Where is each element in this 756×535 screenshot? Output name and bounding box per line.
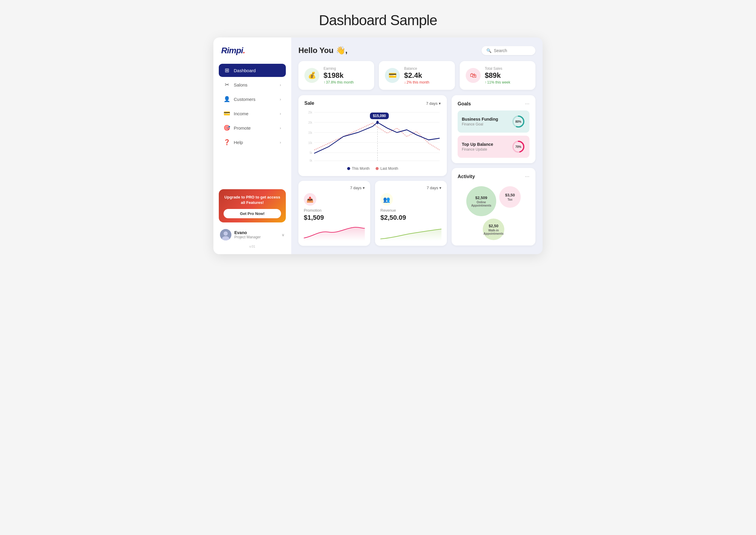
app-wrapper: Rimpi. ⊞ Dashboard ✂ Salons › 👤 Customer… [213, 38, 543, 254]
main-header: Hello You 👋, 🔍 [298, 46, 535, 55]
activity-header: Activity ··· [458, 173, 529, 180]
sidebar-item-label: Help [234, 140, 243, 145]
activity-more-icon[interactable]: ··· [525, 173, 529, 180]
search-bar[interactable]: 🔍 [481, 46, 535, 55]
user-info: Evano Project Manager [234, 230, 261, 239]
arrow-down-icon: ↓ [404, 80, 406, 84]
sidebar-item-label: Customers [234, 97, 256, 102]
promotion-value: $1,509 [304, 214, 365, 222]
activity-bubbles: $2,509 Online Appointments $3,50 Tax $2,… [458, 183, 529, 240]
bubble-label: Tax [508, 198, 513, 201]
user-profile[interactable]: Evano Project Manager ∨ [219, 227, 286, 243]
promotion-header: 7 days ▾ [304, 185, 365, 190]
stat-change: ↑11% this week [485, 80, 510, 84]
upgrade-button[interactable]: Get Pro Now! [224, 209, 281, 218]
sidebar-item-label: Dashboard [234, 68, 256, 73]
arrow-up-icon: ↑ [324, 80, 325, 84]
bubble-walkin: $2,50 Walk-in Appointments [483, 218, 504, 240]
sales-icon: 🛍 [466, 68, 481, 83]
bubble-amount: $2,50 [489, 224, 499, 228]
goals-card: Goals ··· Business Funding Finance Goal [452, 95, 535, 163]
svg-text:5k: 5k [310, 151, 312, 155]
stat-card-earning: 💰 Earning $198k ↑37.8% this month [298, 61, 374, 90]
chevron-right-icon: › [280, 97, 281, 101]
sidebar-item-label: Salons [234, 82, 248, 87]
chevron-right-icon: › [280, 140, 281, 145]
income-icon: 💳 [224, 110, 230, 117]
bubble-label: Online Appointments [466, 201, 496, 207]
sale-chart-title: Sale [304, 100, 314, 106]
dashboard-icon: ⊞ [224, 67, 230, 74]
goals-header: Goals ··· [458, 100, 529, 107]
chevron-down-icon: ∨ [282, 233, 284, 237]
stat-info-earning: Earning $198k ↑37.8% this month [324, 67, 354, 84]
sidebar-item-income[interactable]: 💳 Income › [219, 107, 286, 120]
promotion-filter[interactable]: 7 days ▾ [350, 185, 365, 190]
sidebar-item-label: Promote [234, 126, 251, 130]
goal-subtitle: Finance Goal [462, 122, 498, 127]
stat-cards: 💰 Earning $198k ↑37.8% this month 💳 Bala… [298, 61, 535, 90]
sidebar-logo: Rimpi. [219, 46, 286, 55]
sidebar-item-help[interactable]: ❓ Help › [219, 136, 286, 149]
goal-percent: 80% [515, 120, 521, 123]
svg-text:20k: 20k [308, 121, 312, 125]
sidebar: Rimpi. ⊞ Dashboard ✂ Salons › 👤 Customer… [213, 38, 291, 254]
revenue-value: $2,50.09 [380, 214, 442, 222]
arrow-up-icon: ↑ [485, 80, 487, 84]
sidebar-item-dashboard[interactable]: ⊞ Dashboard [219, 64, 286, 77]
upgrade-banner: Upgrade to PRO to get access all Feature… [219, 189, 286, 222]
activity-title: Activity [458, 174, 475, 179]
sale-chart-filter[interactable]: 7 days ▾ [426, 101, 441, 106]
goal-title: Top Up Balance [462, 142, 493, 147]
stat-label: Total Sales [485, 67, 510, 70]
sale-card-header: Sale 7 days ▾ [304, 100, 441, 106]
upgrade-text: Upgrade to PRO to get access all Feature… [224, 195, 281, 205]
stat-value: $198k [324, 71, 354, 80]
version-label: v.01 [219, 244, 286, 248]
promotion-icon: 📤 [304, 193, 316, 206]
sidebar-item-customers[interactable]: 👤 Customers › [219, 93, 286, 106]
stat-label: Earning [324, 67, 354, 70]
help-icon: ❓ [224, 139, 230, 146]
search-input[interactable] [494, 48, 531, 53]
svg-text:15k: 15k [308, 131, 312, 135]
bubble-amount: $2,509 [475, 195, 487, 200]
sidebar-nav: ⊞ Dashboard ✂ Salons › 👤 Customers › 💳 I… [219, 64, 286, 184]
legend-last-month: Last Month [376, 166, 398, 171]
promotion-chart [304, 225, 365, 241]
search-icon: 🔍 [486, 48, 491, 53]
stat-card-sales: 🛍 Total Sales $89k ↑11% this week [460, 61, 535, 90]
earning-icon: 💰 [304, 68, 319, 83]
goal-progress-business: 80% [511, 115, 525, 128]
goal-item-topup: Top Up Balance Finance Update 70% [458, 136, 529, 158]
revenue-filter[interactable]: 7 days ▾ [427, 185, 442, 190]
stat-info-sales: Total Sales $89k ↑11% this week [485, 67, 510, 84]
sidebar-item-salons[interactable]: ✂ Salons › [219, 78, 286, 91]
user-name: Evano [234, 230, 261, 235]
svg-point-1 [224, 231, 228, 236]
revenue-header: 7 days ▾ [380, 185, 442, 190]
sale-chart-card: Sale 7 days ▾ $15,090 [298, 95, 447, 176]
user-role: Project Manager [234, 235, 261, 239]
chevron-right-icon: › [280, 126, 281, 130]
salons-icon: ✂ [224, 81, 230, 88]
sidebar-item-promote[interactable]: 🎯 Promote › [219, 121, 286, 134]
goal-title: Business Funding [462, 117, 498, 122]
activity-row-top: $2,509 Online Appointments $3,50 Tax [458, 186, 529, 216]
legend-this-month: This Month [347, 166, 370, 171]
goals-more-icon[interactable]: ··· [525, 100, 529, 107]
sale-chart-svg: 25k 20k 15k 10k 5k 0k [304, 110, 441, 163]
greeting: Hello You 👋, [298, 46, 347, 55]
stat-label: Balance [404, 67, 429, 70]
stat-change: ↓2% this month [404, 80, 429, 84]
sale-chart-area: $15,090 25k 20k 15k [304, 110, 441, 163]
goal-subtitle: Finance Update [462, 147, 493, 152]
lower-section: Sale 7 days ▾ $15,090 [298, 95, 535, 246]
revenue-label: Revenue [380, 208, 442, 212]
stat-card-balance: 💳 Balance $2.4k ↓2% this month [379, 61, 455, 90]
right-panel: Goals ··· Business Funding Finance Goal [452, 95, 535, 246]
svg-point-16 [376, 121, 379, 124]
activity-card: Activity ··· $2,509 Online Appointments … [452, 168, 535, 245]
svg-text:0k: 0k [310, 159, 312, 162]
chevron-right-icon: › [280, 111, 281, 116]
